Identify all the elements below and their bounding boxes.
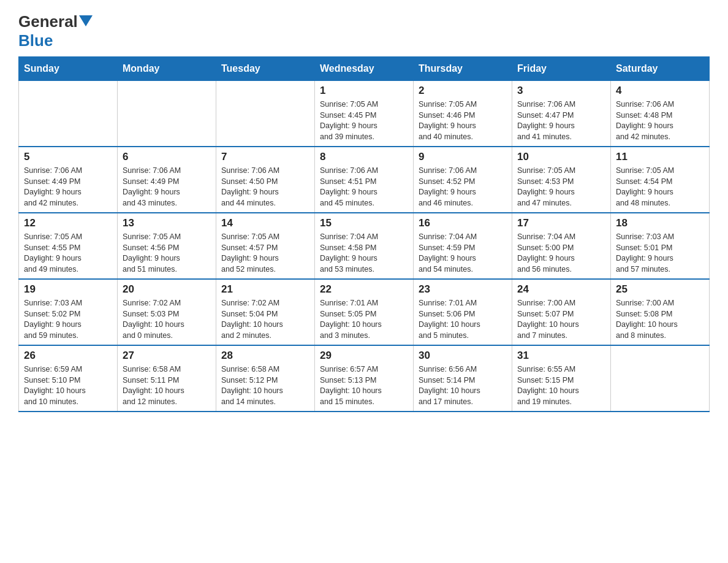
- calendar-table: SundayMondayTuesdayWednesdayThursdayFrid…: [18, 56, 710, 412]
- calendar-cell: 22Sunrise: 7:01 AM Sunset: 5:05 PM Dayli…: [315, 279, 414, 345]
- logo-text-black: General: [18, 12, 78, 31]
- calendar-cell: 24Sunrise: 7:00 AM Sunset: 5:07 PM Dayli…: [512, 279, 611, 345]
- calendar-cell: 30Sunrise: 6:56 AM Sunset: 5:14 PM Dayli…: [414, 345, 512, 412]
- calendar-cell: [611, 345, 710, 412]
- calendar-cell: 15Sunrise: 7:04 AM Sunset: 4:58 PM Dayli…: [315, 213, 414, 279]
- calendar-week-row: 19Sunrise: 7:03 AM Sunset: 5:02 PM Dayli…: [19, 279, 710, 345]
- day-number: 24: [517, 283, 605, 296]
- day-number: 17: [517, 217, 605, 229]
- day-info: Sunrise: 7:06 AM Sunset: 4:52 PM Dayligh…: [419, 166, 507, 209]
- calendar-cell: 25Sunrise: 7:00 AM Sunset: 5:08 PM Dayli…: [611, 279, 710, 345]
- calendar-week-row: 5Sunrise: 7:06 AM Sunset: 4:49 PM Daylig…: [19, 147, 710, 213]
- calendar-week-row: 26Sunrise: 6:59 AM Sunset: 5:10 PM Dayli…: [19, 345, 710, 412]
- day-info: Sunrise: 7:02 AM Sunset: 5:03 PM Dayligh…: [123, 298, 211, 341]
- day-info: Sunrise: 7:06 AM Sunset: 4:49 PM Dayligh…: [24, 166, 112, 209]
- day-info: Sunrise: 7:03 AM Sunset: 5:01 PM Dayligh…: [616, 232, 704, 275]
- calendar-week-row: 1Sunrise: 7:05 AM Sunset: 4:45 PM Daylig…: [19, 81, 710, 147]
- day-info: Sunrise: 7:05 AM Sunset: 4:55 PM Dayligh…: [24, 232, 112, 275]
- day-number: 12: [24, 217, 112, 229]
- day-number: 11: [616, 151, 704, 163]
- day-info: Sunrise: 6:58 AM Sunset: 5:11 PM Dayligh…: [123, 364, 211, 407]
- weekday-header-monday: Monday: [118, 57, 216, 81]
- calendar-cell: 28Sunrise: 6:58 AM Sunset: 5:12 PM Dayli…: [216, 345, 315, 412]
- day-number: 19: [24, 283, 112, 296]
- day-info: Sunrise: 6:56 AM Sunset: 5:14 PM Dayligh…: [419, 364, 507, 407]
- calendar-cell: 21Sunrise: 7:02 AM Sunset: 5:04 PM Dayli…: [216, 279, 315, 345]
- calendar-cell: 26Sunrise: 6:59 AM Sunset: 5:10 PM Dayli…: [19, 345, 118, 412]
- weekday-header-row: SundayMondayTuesdayWednesdayThursdayFrid…: [19, 57, 710, 81]
- day-info: Sunrise: 7:00 AM Sunset: 5:07 PM Dayligh…: [517, 298, 605, 341]
- calendar-cell: 12Sunrise: 7:05 AM Sunset: 4:55 PM Dayli…: [19, 213, 118, 279]
- day-info: Sunrise: 6:55 AM Sunset: 5:15 PM Dayligh…: [517, 364, 605, 407]
- day-number: 30: [419, 350, 507, 362]
- day-number: 5: [24, 151, 112, 163]
- svg-marker-0: [79, 15, 93, 26]
- calendar-cell: 18Sunrise: 7:03 AM Sunset: 5:01 PM Dayli…: [611, 213, 710, 279]
- day-info: Sunrise: 7:05 AM Sunset: 4:57 PM Dayligh…: [221, 232, 309, 275]
- calendar-cell: 31Sunrise: 6:55 AM Sunset: 5:15 PM Dayli…: [512, 345, 611, 412]
- calendar-cell: 27Sunrise: 6:58 AM Sunset: 5:11 PM Dayli…: [118, 345, 216, 412]
- day-info: Sunrise: 7:06 AM Sunset: 4:50 PM Dayligh…: [221, 166, 309, 209]
- calendar-cell: 9Sunrise: 7:06 AM Sunset: 4:52 PM Daylig…: [414, 147, 512, 213]
- calendar-cell: [118, 81, 216, 147]
- day-info: Sunrise: 7:06 AM Sunset: 4:49 PM Dayligh…: [123, 166, 211, 209]
- calendar-cell: 23Sunrise: 7:01 AM Sunset: 5:06 PM Dayli…: [414, 279, 512, 345]
- day-number: 21: [221, 283, 309, 296]
- page-header: General Blue: [18, 12, 710, 50]
- day-number: 25: [616, 283, 704, 296]
- calendar-cell: 16Sunrise: 7:04 AM Sunset: 4:59 PM Dayli…: [414, 213, 512, 279]
- calendar-cell: 11Sunrise: 7:05 AM Sunset: 4:54 PM Dayli…: [611, 147, 710, 213]
- weekday-header-saturday: Saturday: [611, 57, 710, 81]
- weekday-header-tuesday: Tuesday: [216, 57, 315, 81]
- day-info: Sunrise: 7:04 AM Sunset: 4:58 PM Dayligh…: [320, 232, 408, 275]
- weekday-header-thursday: Thursday: [414, 57, 512, 81]
- day-info: Sunrise: 7:04 AM Sunset: 4:59 PM Dayligh…: [419, 232, 507, 275]
- calendar-cell: 8Sunrise: 7:06 AM Sunset: 4:51 PM Daylig…: [315, 147, 414, 213]
- calendar-cell: 10Sunrise: 7:05 AM Sunset: 4:53 PM Dayli…: [512, 147, 611, 213]
- day-info: Sunrise: 7:05 AM Sunset: 4:56 PM Dayligh…: [123, 232, 211, 275]
- day-info: Sunrise: 7:05 AM Sunset: 4:54 PM Dayligh…: [616, 166, 704, 209]
- weekday-header-friday: Friday: [512, 57, 611, 81]
- day-info: Sunrise: 7:03 AM Sunset: 5:02 PM Dayligh…: [24, 298, 112, 341]
- weekday-header-sunday: Sunday: [19, 57, 118, 81]
- calendar-cell: [216, 81, 315, 147]
- day-number: 6: [123, 151, 211, 163]
- calendar-cell: 13Sunrise: 7:05 AM Sunset: 4:56 PM Dayli…: [118, 213, 216, 279]
- day-info: Sunrise: 7:06 AM Sunset: 4:51 PM Dayligh…: [320, 166, 408, 209]
- day-info: Sunrise: 7:01 AM Sunset: 5:05 PM Dayligh…: [320, 298, 408, 341]
- calendar-cell: 6Sunrise: 7:06 AM Sunset: 4:49 PM Daylig…: [118, 147, 216, 213]
- day-number: 4: [616, 85, 704, 97]
- day-number: 31: [517, 350, 605, 362]
- day-info: Sunrise: 7:05 AM Sunset: 4:45 PM Dayligh…: [320, 99, 408, 142]
- weekday-header-wednesday: Wednesday: [315, 57, 414, 81]
- day-info: Sunrise: 7:05 AM Sunset: 4:53 PM Dayligh…: [517, 166, 605, 209]
- day-info: Sunrise: 7:01 AM Sunset: 5:06 PM Dayligh…: [419, 298, 507, 341]
- logo-triangle-icon: [79, 15, 93, 26]
- day-number: 22: [320, 283, 408, 296]
- day-info: Sunrise: 7:06 AM Sunset: 4:47 PM Dayligh…: [517, 99, 605, 142]
- day-number: 14: [221, 217, 309, 229]
- calendar-cell: 2Sunrise: 7:05 AM Sunset: 4:46 PM Daylig…: [414, 81, 512, 147]
- day-number: 7: [221, 151, 309, 163]
- day-number: 23: [419, 283, 507, 296]
- calendar-cell: 17Sunrise: 7:04 AM Sunset: 5:00 PM Dayli…: [512, 213, 611, 279]
- day-info: Sunrise: 7:04 AM Sunset: 5:00 PM Dayligh…: [517, 232, 605, 275]
- day-number: 27: [123, 350, 211, 362]
- calendar-cell: 7Sunrise: 7:06 AM Sunset: 4:50 PM Daylig…: [216, 147, 315, 213]
- calendar-week-row: 12Sunrise: 7:05 AM Sunset: 4:55 PM Dayli…: [19, 213, 710, 279]
- day-info: Sunrise: 6:58 AM Sunset: 5:12 PM Dayligh…: [221, 364, 309, 407]
- day-info: Sunrise: 7:06 AM Sunset: 4:48 PM Dayligh…: [616, 99, 704, 142]
- calendar-cell: 5Sunrise: 7:06 AM Sunset: 4:49 PM Daylig…: [19, 147, 118, 213]
- calendar-cell: 4Sunrise: 7:06 AM Sunset: 4:48 PM Daylig…: [611, 81, 710, 147]
- day-info: Sunrise: 7:00 AM Sunset: 5:08 PM Dayligh…: [616, 298, 704, 341]
- calendar-cell: 3Sunrise: 7:06 AM Sunset: 4:47 PM Daylig…: [512, 81, 611, 147]
- calendar-cell: 20Sunrise: 7:02 AM Sunset: 5:03 PM Dayli…: [118, 279, 216, 345]
- day-number: 3: [517, 85, 605, 97]
- day-info: Sunrise: 6:57 AM Sunset: 5:13 PM Dayligh…: [320, 364, 408, 407]
- day-info: Sunrise: 6:59 AM Sunset: 5:10 PM Dayligh…: [24, 364, 112, 407]
- calendar-cell: 19Sunrise: 7:03 AM Sunset: 5:02 PM Dayli…: [19, 279, 118, 345]
- day-number: 16: [419, 217, 507, 229]
- day-info: Sunrise: 7:05 AM Sunset: 4:46 PM Dayligh…: [419, 99, 507, 142]
- logo-text-blue: Blue: [18, 31, 53, 50]
- day-number: 20: [123, 283, 211, 296]
